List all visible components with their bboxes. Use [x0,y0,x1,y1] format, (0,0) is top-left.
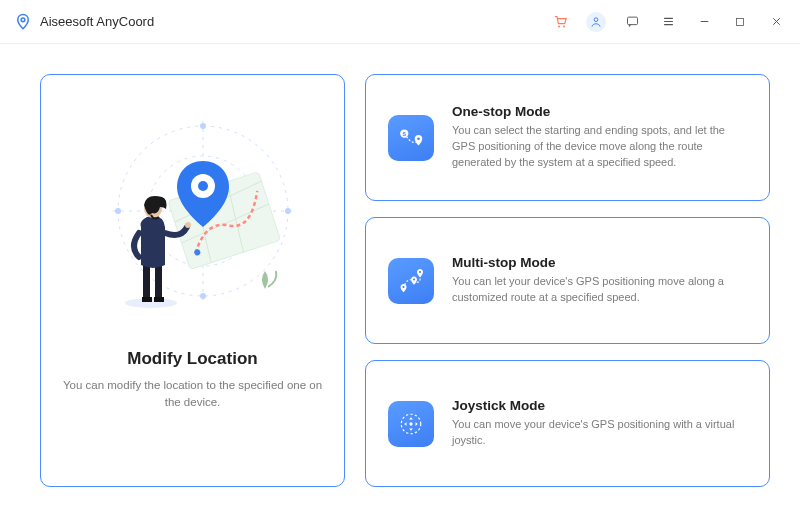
titlebar: Aiseesoft AnyCoord [0,0,800,44]
minimize-button[interactable] [694,12,714,32]
account-icon[interactable] [586,12,606,32]
svg-point-10 [200,123,206,129]
mode-cards: S One-stop Mode You can select the start… [365,74,770,487]
joystick-mode-title: Joystick Mode [452,398,747,413]
close-button[interactable] [766,12,786,32]
modify-location-desc: You can modify the location to the speci… [63,377,323,410]
svg-rect-4 [627,17,637,25]
joystick-mode-card[interactable]: Joystick Mode You can move your device's… [365,360,770,487]
one-stop-mode-icon: S [388,115,434,161]
modify-location-card[interactable]: Modify Location You can modify the locat… [40,74,345,487]
modify-location-illustration [73,101,313,331]
menu-icon[interactable] [658,12,678,32]
svg-point-1 [558,26,560,28]
svg-point-27 [413,278,415,280]
svg-point-26 [402,285,404,287]
titlebar-actions [550,12,786,32]
main-content: Modify Location You can modify the locat… [0,44,800,517]
svg-rect-19 [143,263,150,299]
svg-rect-20 [155,263,162,299]
svg-point-17 [198,181,208,191]
svg-point-28 [419,270,421,272]
app-logo-icon [14,13,32,31]
app-window: Aiseesoft AnyCoord [0,0,800,517]
svg-point-12 [115,208,121,214]
svg-point-11 [200,293,206,299]
joystick-mode-icon [388,401,434,447]
multi-stop-mode-card[interactable]: Multi-stop Mode You can let your device'… [365,217,770,344]
cart-icon[interactable] [550,12,570,32]
svg-point-30 [409,422,412,425]
svg-point-2 [563,26,565,28]
svg-rect-5 [737,18,744,25]
svg-point-0 [21,17,25,21]
app-title: Aiseesoft AnyCoord [40,14,154,29]
multi-stop-mode-icon [388,258,434,304]
svg-point-3 [594,17,598,21]
one-stop-mode-card[interactable]: S One-stop Mode You can select the start… [365,74,770,201]
feedback-icon[interactable] [622,12,642,32]
modify-location-title: Modify Location [127,349,257,369]
one-stop-mode-desc: You can select the starting and ending s… [452,123,747,171]
svg-point-21 [185,222,191,228]
joystick-mode-desc: You can move your device's GPS positioni… [452,417,747,449]
svg-point-25 [417,137,420,140]
maximize-button[interactable] [730,12,750,32]
multi-stop-mode-desc: You can let your device's GPS positionin… [452,274,747,306]
one-stop-mode-title: One-stop Mode [452,104,747,119]
svg-text:S: S [402,130,406,136]
svg-point-13 [285,208,291,214]
multi-stop-mode-title: Multi-stop Mode [452,255,747,270]
